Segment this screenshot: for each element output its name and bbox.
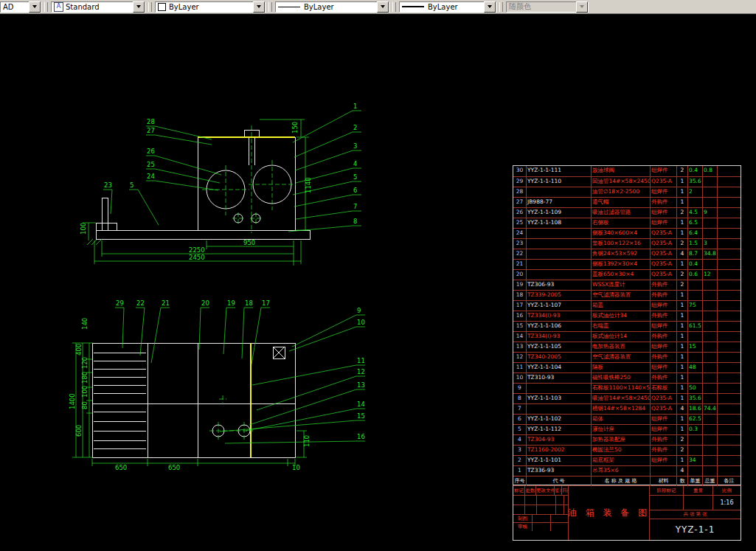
bom-cell-w1 <box>687 466 702 476</box>
bom-cell-code: YYZ-1-1-101 <box>526 456 591 465</box>
linetype-arrow-button[interactable] <box>377 1 389 13</box>
bom-cell-code: TZ339-2005 <box>526 291 591 300</box>
balloon-label: 3 <box>353 142 357 150</box>
bom-cell-num: 7 <box>513 404 526 414</box>
bom-cell-name: 板式油位计14 <box>591 332 650 342</box>
bom-cell-note <box>717 311 741 321</box>
text-style-arrow-button[interactable] <box>133 1 145 13</box>
balloon-label: 13 <box>357 381 365 389</box>
bom-cell-qty: 2 <box>676 208 687 218</box>
bom-table: 30YYZ-1-1-111放油球阀组焊件20.40.829YYZ-1-1-110… <box>513 165 741 485</box>
bom-cell-w2 <box>702 332 717 342</box>
bom-cell-name: 油管∅18×2-2500 <box>591 187 650 197</box>
misc-combo[interactable]: AD <box>0 1 41 13</box>
bom-cell-w2 <box>702 218 717 228</box>
bom-cell-w2 <box>702 394 717 403</box>
bom-cell-mat: 外购件 <box>650 332 676 342</box>
bom-cell-note <box>717 332 741 342</box>
bom-cell-w1: 0.3 <box>687 425 702 434</box>
bom-cell-num: 11 <box>513 363 526 372</box>
balloon-label: 2 <box>353 124 357 131</box>
toolbar-grip[interactable] <box>148 2 152 12</box>
bom-cell-qty: 1 <box>676 229 687 238</box>
bom-cell-mat: Q235-A <box>650 404 676 414</box>
balloon-label: 4 <box>353 160 357 167</box>
color-control-arrow-button[interactable] <box>253 1 265 13</box>
bom-cell-note <box>717 373 741 383</box>
drawing-title-cell: 油 箱 装 备 图 <box>569 486 650 540</box>
bom-cell-note <box>717 435 741 445</box>
bom-cell-code: YYZ-1-1-110 <box>526 177 591 187</box>
bom-cell-w1 <box>687 446 702 455</box>
bom-cell-mat: 组焊件 <box>650 187 676 197</box>
bom-row: 29YYZ-1-1-110回油管14#×58×2450Q235-A135.6 <box>513 176 741 187</box>
bom-cell-name: 磁性吸铁棒250 <box>591 373 650 383</box>
bom-cell-code: TZ334(I)-93 <box>526 311 591 321</box>
bom-cell-note <box>717 353 741 362</box>
bom-cell-w2 <box>702 435 717 445</box>
bom-cell-w1: 48 <box>687 363 702 372</box>
bom-cell-code <box>526 260 591 269</box>
bom-cell-num: 2 <box>513 456 526 465</box>
toolbar-grip[interactable] <box>499 2 503 12</box>
top-toolbar: AD A Standard ByLayer ByLayer ByLayer 随颜… <box>0 0 756 14</box>
role-date-cell <box>550 523 568 531</box>
rev-header-cell: 更改文件号 <box>535 486 554 495</box>
balloon-label: 10 <box>357 319 365 326</box>
bom-cell-mat: 外购件 <box>650 373 676 383</box>
bom-cell-w2: 12 <box>702 270 717 280</box>
balloon-label: 9 <box>357 307 361 314</box>
bom-cell-w2 <box>702 415 717 424</box>
bom-cell-w1: 2 <box>687 187 702 197</box>
lineweight-control-combo[interactable]: ByLayer <box>399 1 496 13</box>
bom-cell-name: 隔板 <box>591 363 650 372</box>
dim-label: 100 <box>81 386 89 398</box>
text-style-icon: A <box>54 2 63 12</box>
bom-cell-note <box>717 260 741 269</box>
bom-cell-num: 8 <box>513 394 526 403</box>
bom-cell-note <box>717 239 741 249</box>
bom-cell-mat: Q235-A <box>650 394 676 403</box>
bom-cell-qty: 1 <box>676 291 687 300</box>
bom-cell-qty: 2 <box>676 166 687 176</box>
bom-cell-code <box>526 249 591 259</box>
bom-row: 19TZ306-93WSSX温度计外购件2 <box>513 280 741 290</box>
bom-cell-mat: 组焊件 <box>650 322 676 331</box>
bom-cell-name: WSSX温度计 <box>591 280 650 290</box>
bom-cell-w1: 1.5 <box>687 239 702 249</box>
bom-cell-w1: 35.6 <box>687 394 702 403</box>
color-control-combo[interactable]: ByLayer <box>155 1 266 13</box>
toolbar-grip[interactable] <box>392 2 396 12</box>
toolbar-grip[interactable] <box>268 2 272 12</box>
misc-combo-arrow-button[interactable] <box>29 1 41 13</box>
drawing-title: 油 箱 装 备 图 <box>568 507 650 519</box>
dim-label: 400 <box>75 344 83 356</box>
bom-cell-w1 <box>687 353 702 362</box>
bom-cell-w1: 18.6 <box>687 404 702 414</box>
bom-cell-w1: 75 <box>687 301 702 311</box>
title-block-labels-row: 阶段标记 重量 比例 <box>650 486 741 496</box>
bom-cell-name: 吊耳35×6 <box>591 466 650 476</box>
role-label: 审核 <box>513 523 532 531</box>
dim-label: 650 <box>115 464 127 471</box>
bom-cell-w1: 0.4 <box>687 166 702 176</box>
linetype-control-combo[interactable]: ByLayer <box>275 1 389 13</box>
bom-cell-w2 <box>702 322 717 331</box>
plotstyle-control-value: 随颜色 <box>509 1 531 12</box>
bom-cell-code: TZ340-2005 <box>526 353 591 362</box>
toolbar-grip[interactable] <box>44 2 48 12</box>
text-style-combo[interactable]: A Standard <box>51 1 145 13</box>
bom-cell-note <box>717 218 741 228</box>
dim-label: 600 <box>75 425 83 437</box>
weight-label: 重量 <box>683 486 712 495</box>
bom-cell-w2: 34.8 <box>702 249 717 259</box>
bom-cell-code: TZ336-93 <box>526 466 591 476</box>
bom-cell-w2 <box>702 425 717 434</box>
bom-cell-w2 <box>702 177 717 187</box>
bom-row: 24侧板340×600×4Q235-A16.4 <box>513 228 741 238</box>
bom-cell-qty: 1 <box>676 363 687 372</box>
dim-label: 10 <box>292 464 300 471</box>
bom-cell-note <box>717 446 741 455</box>
lineweight-arrow-button[interactable] <box>484 1 496 13</box>
bom-cell-mat: Q235-A <box>650 229 676 238</box>
